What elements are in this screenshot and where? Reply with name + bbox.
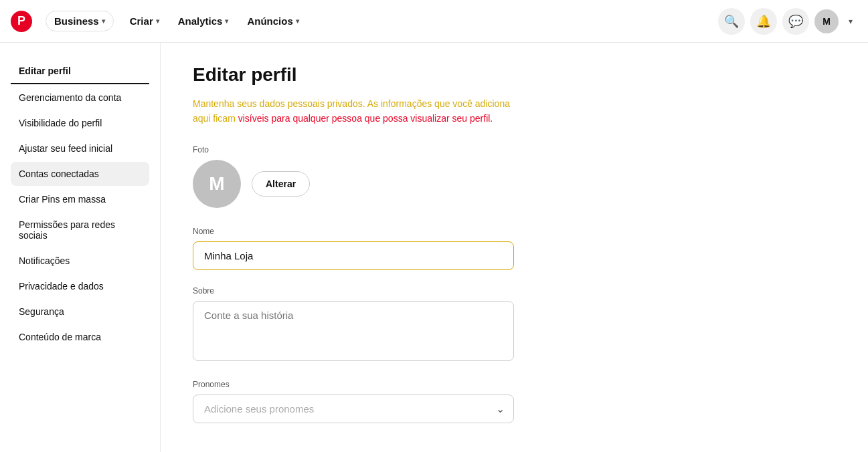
nav-anuncios[interactable]: Anúncios ▾ xyxy=(244,11,301,31)
account-chevron-icon: ▾ xyxy=(849,17,853,26)
sidebar-item-label: Permissões para redes sociais xyxy=(19,219,115,241)
sidebar-item-label: Gerenciamento da conta xyxy=(19,92,121,103)
notifications-button[interactable]: 🔔 xyxy=(750,8,777,35)
pinterest-logo[interactable]: P xyxy=(11,11,32,32)
nome-label: Nome xyxy=(193,227,731,236)
sidebar-item-criar-pins[interactable]: Criar Pins em massa xyxy=(11,187,149,211)
page-layout: Editar perfil Gerenciamento da conta Vis… xyxy=(0,43,868,452)
sidebar-item-editar-perfil[interactable]: Editar perfil xyxy=(11,59,149,84)
sidebar-item-label: Conteúdo de marca xyxy=(19,332,101,342)
sidebar-item-seguranca[interactable]: Segurança xyxy=(11,300,149,324)
info-text: Mantenha seus dados pessoais privados. A… xyxy=(193,96,514,126)
business-label: Business xyxy=(54,15,99,27)
info-text-highlight2: visíveis para qualquer pessoa que possa … xyxy=(238,113,493,124)
sobre-section: Sobre xyxy=(193,286,731,364)
nav-analytics-label: Analytics xyxy=(178,15,223,27)
sidebar-item-label: Ajustar seu feed inicial xyxy=(19,143,112,154)
sidebar-item-notificacoes[interactable]: Notificações xyxy=(11,249,149,273)
sidebar-item-label: Criar Pins em massa xyxy=(19,194,106,205)
header-left: P Business ▾ Criar ▾ Analytics ▾ Anúncio… xyxy=(11,11,302,32)
nome-section: Nome xyxy=(193,227,731,270)
sidebar-item-ajustar-feed[interactable]: Ajustar seu feed inicial xyxy=(11,136,149,160)
anuncios-chevron-icon: ▾ xyxy=(296,17,299,25)
sidebar-item-label: Privacidade e dados xyxy=(19,281,104,292)
pronomes-label: Pronomes xyxy=(193,380,731,389)
sidebar-item-label: Visibilidade do perfil xyxy=(19,118,102,128)
account-chevron-button[interactable]: ▾ xyxy=(844,8,857,35)
nav-analytics[interactable]: Analytics ▾ xyxy=(175,11,232,31)
avatar: M xyxy=(193,160,241,208)
message-icon: 💬 xyxy=(788,14,803,29)
nav-criar-label: Criar xyxy=(130,15,153,27)
logo-letter: P xyxy=(17,14,25,28)
sidebar-item-label: Segurança xyxy=(19,306,64,317)
photo-label: Foto xyxy=(193,145,731,154)
bell-icon: 🔔 xyxy=(756,14,771,29)
nome-input[interactable] xyxy=(193,241,514,270)
analytics-chevron-icon: ▾ xyxy=(225,17,228,25)
sidebar-item-label: Contas conectadas xyxy=(19,168,99,179)
criar-chevron-icon: ▾ xyxy=(156,17,159,25)
photo-section: Foto M Alterar xyxy=(193,145,731,208)
header-right: 🔍 🔔 💬 M ▾ xyxy=(718,8,857,35)
page-title: Editar perfil xyxy=(193,64,731,86)
avatar-letter: M xyxy=(822,16,831,27)
pronomes-select[interactable]: Adicione seus pronomes ele/dele ela/dela… xyxy=(193,394,514,423)
search-icon: 🔍 xyxy=(724,14,739,29)
photo-controls: M Alterar xyxy=(193,160,731,208)
alterar-label: Alterar xyxy=(266,179,296,189)
sidebar-item-conteudo-marca[interactable]: Conteúdo de marca xyxy=(11,325,149,349)
main-content: Editar perfil Mantenha seus dados pessoa… xyxy=(161,43,763,452)
avatar-letter: M xyxy=(209,173,224,195)
sidebar-item-label: Editar perfil xyxy=(19,66,71,76)
user-avatar-button[interactable]: M xyxy=(814,9,839,33)
sidebar-item-visibilidade[interactable]: Visibilidade do perfil xyxy=(11,111,149,135)
sidebar: Editar perfil Gerenciamento da conta Vis… xyxy=(0,43,161,452)
header: P Business ▾ Criar ▾ Analytics ▾ Anúncio… xyxy=(0,0,868,43)
sobre-textarea[interactable] xyxy=(193,301,514,361)
sobre-label: Sobre xyxy=(193,286,731,296)
alterar-button[interactable]: Alterar xyxy=(252,171,310,197)
sidebar-item-permissoes[interactable]: Permissões para redes sociais xyxy=(11,213,149,247)
messages-button[interactable]: 💬 xyxy=(782,8,809,35)
sidebar-item-contas-conectadas[interactable]: Contas conectadas xyxy=(11,162,149,186)
pronomes-section: Pronomes Adicione seus pronomes ele/dele… xyxy=(193,380,731,423)
pronomes-select-wrapper: Adicione seus pronomes ele/dele ela/dela… xyxy=(193,394,514,423)
search-button[interactable]: 🔍 xyxy=(718,8,745,35)
sidebar-item-label: Notificações xyxy=(19,255,70,266)
nav-anuncios-label: Anúncios xyxy=(247,15,292,27)
sidebar-item-gerenciamento[interactable]: Gerenciamento da conta xyxy=(11,86,149,110)
business-chevron-icon: ▾ xyxy=(102,17,105,25)
business-button[interactable]: Business ▾ xyxy=(46,11,114,31)
nav-criar[interactable]: Criar ▾ xyxy=(127,11,162,31)
sidebar-item-privacidade[interactable]: Privacidade e dados xyxy=(11,274,149,298)
